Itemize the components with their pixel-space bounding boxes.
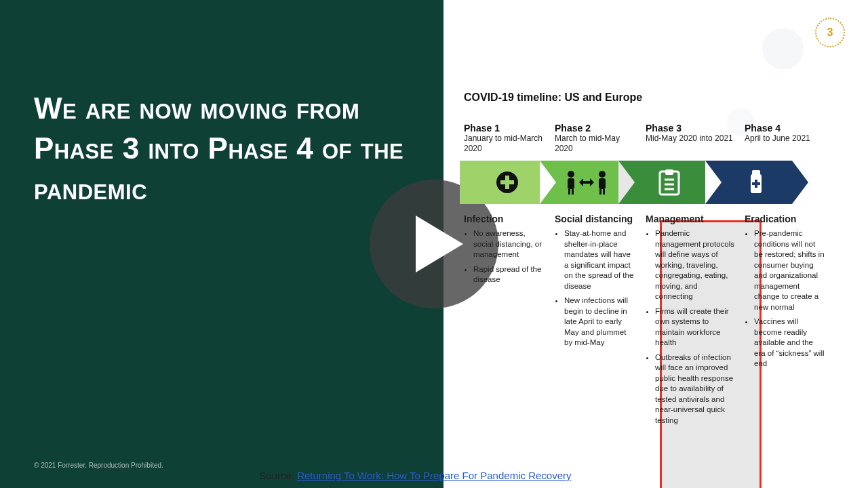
list-item: Rapid spread of the disease (473, 264, 545, 285)
svg-rect-12 (665, 169, 673, 175)
svg-rect-9 (599, 189, 601, 195)
list-item: No awareness, social distancing, or mana… (473, 228, 545, 260)
phase-name: Phase 4 (745, 123, 829, 134)
svg-rect-19 (752, 182, 760, 185)
phase-header: Phase 1 January to mid-March 2020 (464, 123, 555, 154)
list-item: Firms will create their own systems to m… (655, 306, 735, 348)
svg-rect-6 (572, 189, 574, 195)
phase-section-title: Eradication (745, 214, 826, 224)
play-icon (416, 216, 463, 272)
timeline: COVID-19 timeline: US and Europe Phase 1… (460, 92, 853, 430)
svg-rect-5 (568, 189, 570, 195)
plus-circle-icon (495, 170, 519, 195)
svg-rect-4 (568, 178, 574, 189)
source-prefix: Source: (259, 470, 297, 481)
slide: We are now moving from Phase 3 into Phas… (0, 0, 868, 488)
source-line: Source: Returning To Work: How To Prepar… (259, 470, 571, 481)
phase-date: April to June 2021 (745, 134, 829, 144)
vial-plus-icon (745, 169, 767, 196)
phase-col: Eradication Pre-pandemic conditions will… (745, 214, 835, 430)
phase-col: Social distancing Stay-at-home and shelt… (555, 214, 646, 430)
list-item: Outbreaks of infection will face an impr… (655, 352, 735, 426)
list-item: Stay-at-home and shelter-in-place mandat… (564, 228, 636, 291)
phase-col: Infection No awareness, social distancin… (464, 214, 555, 430)
phase-name: Phase 1 (464, 123, 548, 134)
list-item: Pandemic management protocols will defin… (655, 228, 735, 302)
phase-section-title: Infection (464, 214, 545, 224)
copyright-text: © 2021 Forrester. Reproduction Prohibite… (34, 462, 163, 469)
people-distance-icon (563, 169, 610, 196)
clipboard-icon (658, 169, 681, 196)
phase-header: Phase 2 March to mid-May 2020 (555, 123, 646, 154)
svg-point-7 (599, 171, 606, 178)
page-number-badge: 3 (815, 18, 845, 47)
phase-header-row: Phase 1 January to mid-March 2020 Phase … (464, 123, 853, 154)
phase-name: Phase 2 (555, 123, 639, 134)
phase-section-title: Social distancing (555, 214, 636, 224)
timeline-title: COVID-19 timeline: US and Europe (464, 92, 853, 104)
phase-col: Management Pandemic management protocols… (646, 214, 745, 430)
source-link[interactable]: Returning To Work: How To Prepare For Pa… (297, 470, 571, 481)
phase-date: Mid-May 2020 into 2021 (646, 134, 738, 144)
svg-rect-2 (500, 180, 514, 184)
svg-rect-8 (599, 178, 606, 189)
phase-name: Phase 3 (646, 123, 738, 134)
right-panel: 3 COVID-19 timeline: US and Europe Phase… (443, 0, 868, 488)
list-item: New infections will begin to decline in … (564, 296, 636, 348)
phase-date: January to mid-March 2020 (464, 134, 548, 154)
slide-title: We are now moving from Phase 3 into Phas… (34, 88, 410, 209)
phase-date: March to mid-May 2020 (555, 134, 639, 154)
svg-rect-10 (603, 189, 605, 195)
phase-columns: Infection No awareness, social distancin… (464, 214, 853, 430)
svg-point-3 (568, 171, 574, 178)
svg-rect-11 (660, 171, 679, 195)
list-item: Vaccines will become readily available a… (754, 317, 826, 369)
svg-rect-17 (752, 170, 760, 176)
phase-section-title: Management (646, 214, 735, 224)
phase4-arrow (705, 161, 807, 204)
list-item: Pre-pandemic conditions will not be rest… (754, 228, 826, 312)
phase-header: Phase 4 April to June 2021 (745, 123, 835, 154)
arrow-row (460, 161, 853, 204)
phase-header: Phase 3 Mid-May 2020 into 2021 (646, 123, 745, 154)
